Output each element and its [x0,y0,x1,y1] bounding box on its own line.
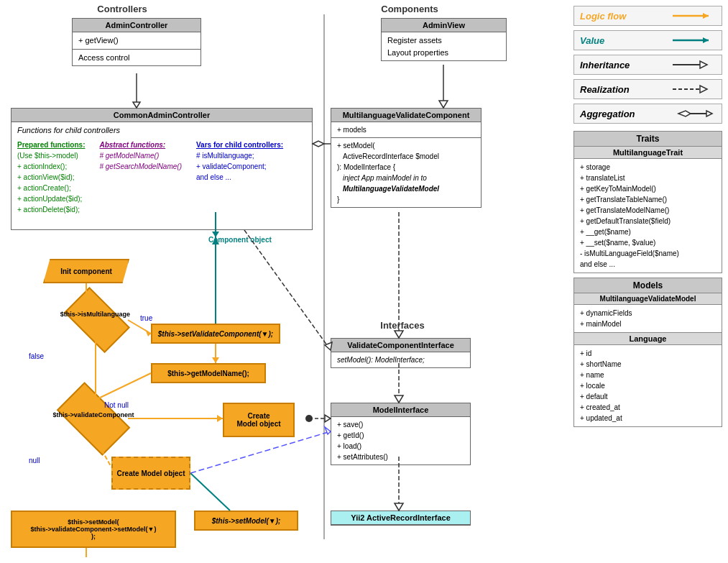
admin-view-box: AdminView Register assets Layout propert… [381,18,507,61]
svg-marker-22 [212,357,219,363]
vci-method: setModel(): ModelInterface; [337,354,464,365]
svg-line-30 [190,473,230,511]
traits-header: Traits [574,132,722,147]
get-model-name-label: $this->getModelName(); [167,370,249,377]
svg-marker-32 [325,427,331,434]
mvc-setmodel: + setModel( [337,140,475,151]
abstract-line1: # getModelName() [99,150,182,161]
create-model-1-rect: Create Model object [223,403,295,437]
mi-header: ModelInterface [331,403,470,417]
admin-controller-body: + getView() [73,32,201,49]
components-label: Components [345,4,474,14]
language-body: + id + shortName + name + locale + defau… [574,345,722,426]
main-container: Controllers Components AdminController +… [0,0,728,563]
set-validate-label: $this->setValidateComponent(▼); [158,330,273,338]
create-model-2-label: Create Model object [116,470,185,477]
controllers-label: Controllers [50,4,194,14]
component-object-label: Component object [208,236,272,244]
yii2-box: Yii2 ActiveRecordInterface [331,511,471,526]
mvc-model-ref: MultilanguageValidateModel [337,183,475,194]
prepared-line2: + actionIndex(); [17,161,85,172]
not-null-label: Not null [104,401,129,409]
create-model-2-rect: Create Model object [111,457,190,490]
vars-label: Vars for child controllers: [196,139,283,150]
mvc-models: + models [337,124,475,135]
svg-marker-3 [439,101,448,108]
set-model-1-line3: ); [91,533,96,540]
aggregation-label: Aggregation [580,109,635,119]
trait-get-table: + getTranslateTableName() [580,194,716,205]
abstract-functions-col: Abstract functions: # getModelName() # g… [99,139,182,215]
functions-subtitle: Functions for child controllers [17,124,306,137]
vars-line1: # isMultilanguage; [196,150,283,161]
mi-setattr: + setAttributes() [337,452,464,462]
svg-line-23 [97,373,151,399]
multilanguage-validate-component-box: MultilanguageValidateComponent + models … [331,108,482,208]
prepared-line6: + actionDelete($id); [17,204,85,215]
model-interface-box: ModelInterface + save() + getId() + load… [331,403,471,465]
common-admin-controller-body: Functions for child controllers Prepared… [11,122,312,217]
ml-validate-model-body: + dynamicFields + mainModel [574,305,722,333]
prepared-line3: + actionView($id); [17,172,85,183]
svg-marker-28 [325,415,331,422]
admin-controller-body2: Access control [73,50,201,66]
mi-body: + save() + getId() + load() + setAttribu… [331,417,470,464]
init-component-shape: Init component [43,259,129,283]
admin-view-line2: Layout properties [387,47,500,59]
validate-component-interface-box: ValidateComponentInterface setModel(): M… [331,338,471,368]
admin-controller-box: AdminController + getView() Access contr… [72,18,201,66]
lang-locale: + locale [580,380,716,391]
get-model-name-rect: $this->getModelName(); [151,363,266,383]
common-admin-controller-box: CommonAdminController Functions for chil… [11,108,313,230]
mi-load: + load() [337,441,464,452]
lang-created: + created_at [580,402,716,413]
is-multilanguage-label: $this->isMultilanguage [43,311,147,318]
trait-set: + __set($name, $value) [580,237,716,248]
legend-logic-flow: Logic flow [573,6,722,26]
traits-panel: Traits MultilanguageTrait + storage + tr… [573,131,722,273]
yii2-header: Yii2 ActiveRecordInterface [331,511,470,525]
language-subheader: Language [574,333,722,345]
mvc-inject: inject App mainModel in to [337,173,475,183]
trait-get-model: + getTranslateModelName() [580,205,716,216]
trait-storage: + storage [580,162,716,173]
svg-marker-17 [145,329,151,337]
ml-dynamic-fields: + dynamicFields [580,308,716,319]
admin-controller-header: AdminController [73,19,201,32]
trait-get: + __get($name) [580,226,716,237]
section-divider [323,14,325,539]
trait-else: and else ... [580,259,716,270]
mvc-param: ActiveRecordInterface $model [337,151,475,162]
vars-line2: + validateComponent; [196,161,283,172]
realization-label: Realization [580,84,630,95]
validate-component-label: $this->validateComponent [36,411,151,418]
interfaces-label: Interfaces [331,320,474,331]
svg-marker-37 [703,13,709,19]
mi-save: + save() [337,419,464,430]
mvc-body: + models [331,122,481,137]
svg-marker-43 [700,86,707,93]
validate-component-diamond [57,382,131,456]
vars-line3: and else ... [196,172,283,183]
prepared-line5: + actionUpdate($id); [17,193,85,204]
set-model-2-label: $this->setModel(▼); [212,517,281,525]
vars-col: Vars for child controllers: # isMultilan… [196,139,283,215]
svg-marker-13 [395,503,403,511]
value-label: Value [580,35,604,46]
admin-controller-line2: Access control [78,52,195,64]
trait-get-default: + getDefaultTranslate($field) [580,216,716,226]
models-panel: Models MultilanguageValidateModel + dyna… [573,278,722,427]
init-component-label: Init component [60,267,112,275]
mvc-return: ): ModelInterface { [337,162,475,173]
abstract-line2: # getSearchModelName() [99,161,182,172]
is-multilanguage-diamond [64,287,130,353]
logic-flow-label: Logic flow [580,11,626,22]
prepared-label: Prepared functions: [17,139,85,150]
lang-id: + id [580,348,716,359]
admin-view-body: Register assets Layout properties [382,32,506,60]
admin-view-line1: Register assets [387,35,500,47]
legend-realization: Realization [573,79,722,99]
create-model-1-label: Create Model object [236,412,280,428]
svg-marker-11 [395,395,403,403]
inheritance-label: Inheritance [580,60,630,70]
